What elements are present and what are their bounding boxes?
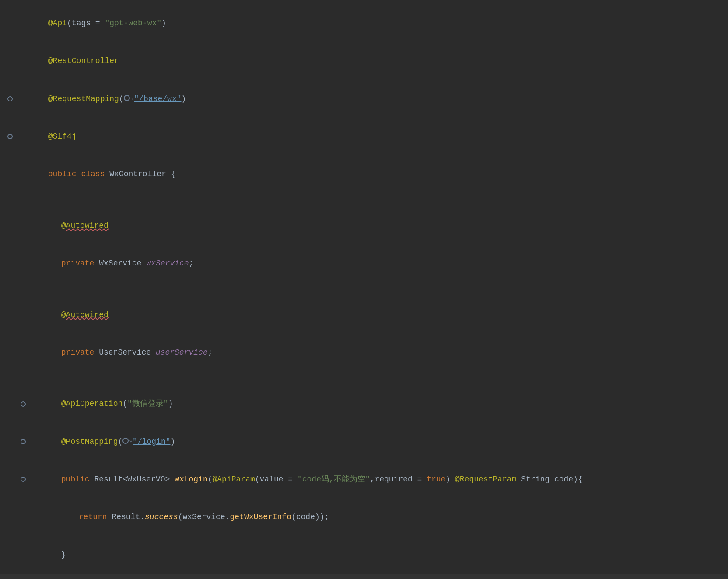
code-line-5: public class WxController { — [0, 156, 728, 193]
code-line-13: @ApiOperation("微信登录") — [0, 385, 728, 423]
line-content-12 — [18, 372, 728, 385]
annotation-autowired-1: @Autowired — [61, 221, 108, 230]
line-content-9 — [18, 283, 728, 296]
line-content-14: @PostMapping(⌄"/login") — [31, 423, 728, 460]
line-content-5: public class WxController { — [18, 156, 728, 193]
code-line-7: @Autowired — [0, 207, 728, 244]
annotation-autowired-2: @Autowired — [61, 310, 108, 319]
line-content-6 — [18, 194, 728, 206]
symbol-icon-14 — [122, 438, 129, 444]
line-content-17: } — [31, 536, 728, 574]
annotation-apioperation-1: @ApiOperation — [61, 399, 122, 408]
line-content-8: private WxService wxService; — [31, 244, 728, 282]
url-link-14[interactable]: "/login" — [133, 437, 170, 446]
annotation-restcontroller: @RestController — [48, 56, 119, 65]
code-line-3: @RequestMapping(⌄"/base/wx") — [0, 80, 728, 118]
line-content-18 — [31, 574, 728, 579]
url-link-3[interactable]: "/base/wx" — [134, 94, 181, 103]
gutter-14 — [18, 439, 31, 444]
line-content-1: @Api(tags = "gpt-web-wx") — [18, 4, 728, 42]
gutter-3 — [4, 96, 18, 101]
code-line-12 — [0, 372, 728, 385]
code-line-6 — [0, 193, 728, 207]
annotation-requestmapping: @RequestMapping — [48, 94, 119, 103]
code-line-10: @Autowired — [0, 296, 728, 334]
code-line-14: @PostMapping(⌄"/login") — [0, 423, 728, 460]
line-content-13: @ApiOperation("微信登录") — [31, 385, 728, 423]
code-line-15: public Result<WxUserVO> wxLogin(@ApiPara… — [0, 460, 728, 498]
code-line-8: private WxService wxService; — [0, 244, 728, 282]
breakpoint-icon-13[interactable] — [21, 401, 26, 407]
breakpoint-icon-3[interactable] — [7, 96, 13, 101]
line-content-16: return Result.success(wxService.getWxUse… — [48, 499, 728, 536]
annotation-slf4j: @Slf4j — [48, 132, 77, 141]
code-line-11: private UserService userService; — [0, 334, 728, 371]
line-content-4: @Slf4j — [18, 118, 728, 155]
code-editor: @Api(tags = "gpt-web-wx") @RestControlle… — [0, 0, 728, 579]
annotation-postmapping-1: @PostMapping — [61, 437, 118, 446]
code-line-2: @RestController — [0, 42, 728, 80]
code-line-17: } — [0, 536, 728, 574]
line-content-3: @RequestMapping(⌄"/base/wx") — [18, 80, 728, 118]
code-line-18 — [0, 574, 728, 579]
line-content-2: @RestController — [18, 42, 728, 80]
breakpoint-icon-4[interactable] — [7, 134, 13, 139]
line-content-15: public Result<WxUserVO> wxLogin(@ApiPara… — [31, 460, 728, 498]
line-content-11: private UserService userService; — [31, 334, 728, 371]
line-content-7: @Autowired — [31, 207, 728, 244]
code-line-4: @Slf4j — [0, 118, 728, 155]
breakpoint-icon-15[interactable] — [21, 477, 26, 482]
gutter-13 — [18, 401, 31, 407]
code-line-1: @Api(tags = "gpt-web-wx") — [0, 4, 728, 42]
symbol-icon — [124, 95, 130, 101]
line-content-10: @Autowired — [31, 296, 728, 334]
code-line-9 — [0, 283, 728, 296]
code-line-16: return Result.success(wxService.getWxUse… — [0, 499, 728, 536]
breakpoint-icon-14[interactable] — [21, 439, 26, 444]
gutter-15 — [18, 477, 31, 482]
annotation-api: @Api — [48, 19, 67, 28]
gutter-4 — [4, 134, 18, 139]
